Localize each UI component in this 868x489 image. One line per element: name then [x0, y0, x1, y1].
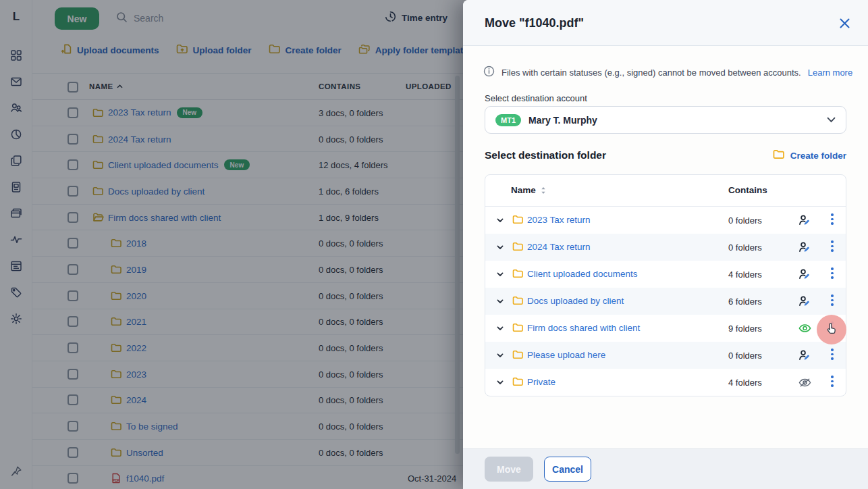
contains-cell: 4 folders	[728, 269, 762, 280]
client-edit-access-icon[interactable]	[798, 268, 811, 280]
destination-account-label: Select destination account	[485, 93, 587, 103]
click-highlight	[817, 315, 846, 344]
folder-icon	[773, 149, 785, 161]
chevron-down-icon[interactable]	[496, 378, 504, 386]
folder-link[interactable]: Please upload here	[527, 350, 605, 360]
client-edit-access-icon[interactable]	[798, 214, 811, 226]
dialog-title: Move "f1040.pdf"	[485, 16, 584, 30]
chevron-down-icon[interactable]	[496, 297, 504, 305]
hand-cursor-icon	[825, 321, 839, 338]
learn-more-link[interactable]: Learn more	[808, 68, 852, 78]
chevron-down-icon[interactable]	[496, 351, 504, 359]
info-text: Files with certain statuses (e.g., signe…	[501, 68, 801, 78]
info-banner: Files with certain statuses (e.g., signe…	[483, 66, 852, 79]
row-menu-icon[interactable]	[828, 294, 837, 306]
contains-cell: 4 folders	[728, 378, 762, 388]
chevron-down-icon[interactable]	[496, 324, 504, 332]
folder-row[interactable]: Private 4 folders	[485, 369, 846, 396]
screen: L New Search Time entry	[0, 0, 868, 489]
folder-icon	[512, 377, 524, 386]
contains-cell: 0 folders	[728, 351, 762, 361]
folder-link[interactable]: Firm docs shared with client	[527, 323, 640, 333]
row-menu-icon[interactable]	[828, 267, 837, 279]
folder-icon	[512, 323, 524, 332]
folder-table-header: Name Contains	[485, 175, 846, 207]
destination-folder-heading: Select destination folder	[485, 149, 606, 161]
sort-icon	[541, 186, 546, 195]
folder-row[interactable]: Please upload here 0 folders	[485, 342, 846, 369]
folder-link[interactable]: Client uploaded documents	[527, 269, 638, 279]
contains-cell: 0 folders	[728, 242, 762, 253]
account-badge: MT1	[495, 114, 521, 126]
destination-account-select[interactable]: MT1 Mary T. Murphy	[485, 106, 846, 134]
dialog-header: Move "f1040.pdf"	[463, 0, 868, 46]
contains-cell: 6 folders	[728, 297, 762, 307]
contains-cell: 0 folders	[728, 215, 762, 226]
dialog-footer: Move Cancel	[463, 448, 868, 489]
folder-row[interactable]: Docs uploaded by client 6 folders	[485, 288, 846, 315]
client-edit-access-icon[interactable]	[798, 295, 811, 307]
info-icon	[483, 66, 495, 79]
row-menu-icon[interactable]	[828, 349, 837, 360]
row-menu-icon[interactable]	[828, 240, 837, 252]
folder-link[interactable]: 2023 Tax return	[527, 215, 591, 225]
eye-hidden-icon[interactable]	[798, 378, 811, 388]
folder-icon	[512, 215, 524, 224]
folder-row[interactable]: 2024 Tax return 0 folders	[485, 234, 846, 261]
move-dialog: Move "f1040.pdf" Files with certain stat…	[463, 0, 868, 489]
client-edit-access-icon[interactable]	[798, 241, 811, 253]
folder-row-highlighted[interactable]: Firm docs shared with client 9 folders	[485, 315, 846, 342]
create-folder-link[interactable]: Create folder	[773, 149, 846, 161]
cancel-button[interactable]: Cancel	[544, 457, 591, 482]
chevron-down-icon[interactable]	[496, 216, 504, 224]
folder-link[interactable]: Private	[527, 377, 555, 387]
close-icon[interactable]	[839, 18, 850, 29]
row-menu-icon[interactable]	[828, 376, 837, 387]
move-button[interactable]: Move	[485, 457, 533, 482]
chevron-down-icon[interactable]	[496, 243, 504, 251]
row-menu-icon[interactable]	[828, 213, 837, 225]
client-edit-access-icon[interactable]	[798, 349, 811, 361]
contains-cell: 9 folders	[728, 324, 762, 334]
folder-icon	[512, 269, 524, 278]
folder-row[interactable]: 2023 Tax return 0 folders	[485, 207, 846, 234]
folder-icon	[512, 296, 524, 305]
create-folder-label: Create folder	[790, 151, 846, 161]
chevron-down-icon	[827, 117, 836, 123]
folder-link[interactable]: Docs uploaded by client	[527, 296, 624, 306]
folder-link[interactable]: 2024 Tax return	[527, 242, 591, 252]
folder-icon	[512, 350, 524, 359]
folder-icon	[512, 242, 524, 251]
contains-column-header: Contains	[728, 185, 767, 195]
account-name: Mary T. Murphy	[528, 115, 597, 126]
eye-visible-icon[interactable]	[798, 324, 811, 333]
destination-folder-table: Name Contains 2023 Tax return 0 folders …	[485, 174, 846, 396]
name-column-header[interactable]: Name	[511, 185, 546, 195]
folder-row[interactable]: Client uploaded documents 4 folders	[485, 261, 846, 288]
chevron-down-icon[interactable]	[496, 270, 504, 278]
